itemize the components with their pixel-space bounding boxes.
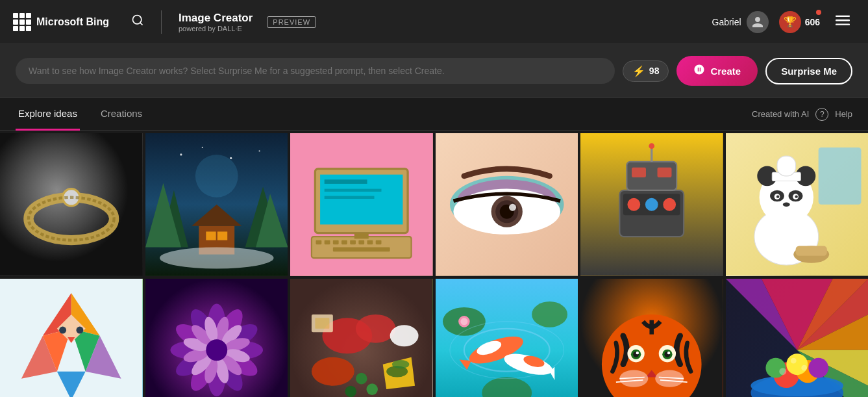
svg-rect-76 — [795, 246, 826, 255]
create-label: Create — [710, 66, 741, 77]
grid-item[interactable] — [145, 279, 288, 398]
svg-rect-61 — [818, 147, 861, 205]
search-input-wrapper[interactable] — [16, 58, 615, 84]
grid-item[interactable] — [580, 279, 723, 398]
svg-point-130 — [532, 301, 567, 327]
svg-rect-37 — [367, 240, 373, 245]
grid-item[interactable] — [290, 133, 433, 276]
svg-rect-28 — [325, 189, 382, 192]
header-search-button[interactable] — [131, 14, 144, 30]
svg-point-18 — [159, 248, 273, 269]
svg-point-152 — [667, 351, 670, 353]
header-left: Microsoft Bing Image Creator powered by … — [13, 10, 316, 34]
bing-logo[interactable]: Microsoft Bing — [13, 13, 109, 31]
svg-rect-57 — [658, 168, 672, 177]
grid-item[interactable] — [0, 133, 143, 276]
image-creator-info: Image Creator powered by DALL·E — [179, 12, 253, 32]
svg-point-118 — [312, 357, 354, 385]
svg-rect-38 — [376, 240, 382, 245]
svg-point-59 — [649, 143, 654, 149]
search-input[interactable] — [29, 66, 602, 76]
svg-point-151 — [636, 351, 639, 353]
svg-rect-33 — [333, 240, 339, 245]
tab-explore-ideas[interactable]: Explore ideas — [16, 98, 80, 131]
grid-item[interactable] — [290, 279, 433, 398]
svg-point-121 — [366, 383, 378, 395]
grid-item[interactable] — [436, 279, 578, 398]
svg-point-0 — [133, 16, 142, 24]
tabs-right: Created with AI ? Help — [752, 108, 852, 121]
svg-rect-2 — [836, 16, 850, 17]
bing-grid-icon — [13, 13, 31, 31]
svg-point-21 — [230, 157, 232, 159]
svg-rect-39 — [333, 248, 390, 252]
notification-dot — [816, 10, 821, 15]
surprise-label: Surprise Me — [781, 66, 837, 77]
svg-point-22 — [258, 150, 260, 151]
svg-point-114 — [206, 339, 227, 361]
svg-rect-32 — [325, 240, 330, 245]
svg-rect-40 — [354, 233, 369, 239]
svg-point-52 — [626, 198, 641, 212]
coins-badge[interactable]: 🏆 606 — [779, 11, 820, 33]
svg-point-177 — [790, 357, 796, 363]
svg-rect-31 — [316, 240, 322, 245]
svg-point-19 — [180, 153, 182, 155]
image-grid — [0, 131, 868, 397]
svg-rect-35 — [350, 240, 356, 245]
bing-text: Microsoft Bing — [36, 16, 109, 28]
svg-rect-4 — [836, 24, 850, 25]
user-info[interactable]: Gabriel — [712, 11, 769, 33]
powered-by-label: powered by DALL·E — [179, 25, 253, 32]
boost-badge[interactable]: ⚡ 98 — [623, 60, 669, 82]
svg-point-117 — [356, 314, 395, 342]
svg-point-54 — [662, 198, 676, 212]
tab-creations[interactable]: Creations — [98, 98, 145, 131]
tabs-nav: Explore ideas Creations Created with AI … — [0, 98, 868, 131]
svg-line-1 — [140, 23, 143, 25]
create-icon — [693, 64, 705, 78]
svg-rect-16 — [206, 231, 216, 240]
svg-point-127 — [390, 325, 419, 346]
header: Microsoft Bing Image Creator powered by … — [0, 0, 868, 44]
svg-point-23 — [195, 155, 238, 198]
svg-point-20 — [201, 147, 203, 148]
svg-point-172 — [786, 353, 808, 375]
preview-badge: PREVIEW — [267, 16, 316, 28]
created-with-ai-label: Created with AI — [752, 109, 809, 119]
svg-rect-27 — [325, 179, 367, 184]
svg-rect-17 — [217, 231, 227, 240]
lightning-icon: ⚡ — [632, 65, 645, 77]
grid-item[interactable] — [145, 133, 288, 276]
svg-rect-56 — [632, 168, 646, 177]
svg-point-120 — [356, 372, 367, 384]
grid-item[interactable] — [436, 133, 578, 276]
svg-point-122 — [345, 385, 357, 397]
svg-point-70 — [776, 195, 778, 198]
grid-item[interactable] — [726, 279, 869, 398]
svg-point-176 — [801, 365, 807, 370]
menu-button[interactable] — [830, 10, 855, 33]
svg-rect-34 — [341, 240, 347, 245]
help-icon[interactable]: ? — [815, 108, 828, 121]
boost-count: 98 — [649, 66, 660, 76]
header-divider — [161, 10, 162, 34]
help-label[interactable]: Help — [835, 109, 852, 119]
svg-rect-3 — [836, 19, 850, 21]
create-button[interactable]: Create — [676, 56, 758, 86]
svg-point-87 — [76, 326, 83, 333]
grid-item[interactable] — [726, 133, 869, 276]
grid-item[interactable] — [580, 133, 723, 276]
app-title: Image Creator — [179, 12, 253, 25]
svg-point-72 — [782, 202, 789, 207]
svg-point-71 — [795, 195, 797, 198]
grid-item[interactable] — [0, 279, 143, 398]
coins-count: 606 — [805, 17, 820, 27]
svg-rect-29 — [325, 196, 375, 199]
user-name: Gabriel — [712, 17, 741, 27]
svg-rect-124 — [315, 318, 329, 328]
svg-rect-36 — [358, 240, 364, 245]
search-bar-section: ⚡ 98 Create Surprise Me — [0, 44, 868, 98]
surprise-button[interactable]: Surprise Me — [765, 58, 852, 84]
svg-rect-74 — [777, 156, 796, 176]
